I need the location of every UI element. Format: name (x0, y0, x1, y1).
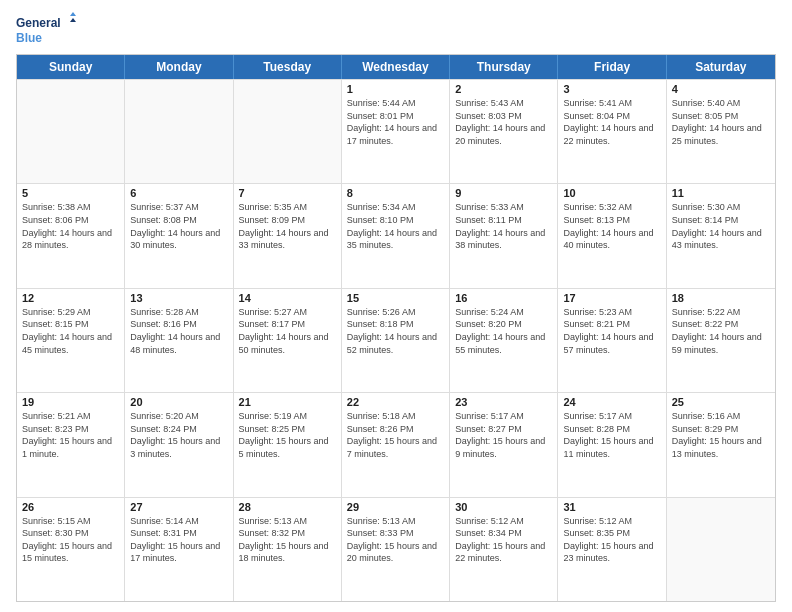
calendar-row-1: 5Sunrise: 5:38 AMSunset: 8:06 PMDaylight… (17, 183, 775, 287)
day-cell-empty-0-2 (234, 80, 342, 183)
day-info: Sunrise: 5:44 AMSunset: 8:01 PMDaylight:… (347, 97, 444, 147)
day-number: 18 (672, 292, 770, 304)
day-number: 12 (22, 292, 119, 304)
header-cell-friday: Friday (558, 55, 666, 79)
day-number: 4 (672, 83, 770, 95)
day-cell-10: 10Sunrise: 5:32 AMSunset: 8:13 PMDayligh… (558, 184, 666, 287)
day-number: 20 (130, 396, 227, 408)
day-cell-12: 12Sunrise: 5:29 AMSunset: 8:15 PMDayligh… (17, 289, 125, 392)
day-number: 5 (22, 187, 119, 199)
day-cell-11: 11Sunrise: 5:30 AMSunset: 8:14 PMDayligh… (667, 184, 775, 287)
day-info: Sunrise: 5:12 AMSunset: 8:35 PMDaylight:… (563, 515, 660, 565)
day-cell-20: 20Sunrise: 5:20 AMSunset: 8:24 PMDayligh… (125, 393, 233, 496)
day-info: Sunrise: 5:14 AMSunset: 8:31 PMDaylight:… (130, 515, 227, 565)
day-info: Sunrise: 5:19 AMSunset: 8:25 PMDaylight:… (239, 410, 336, 460)
header-cell-wednesday: Wednesday (342, 55, 450, 79)
day-number: 31 (563, 501, 660, 513)
day-cell-14: 14Sunrise: 5:27 AMSunset: 8:17 PMDayligh… (234, 289, 342, 392)
day-info: Sunrise: 5:23 AMSunset: 8:21 PMDaylight:… (563, 306, 660, 356)
day-number: 19 (22, 396, 119, 408)
day-cell-5: 5Sunrise: 5:38 AMSunset: 8:06 PMDaylight… (17, 184, 125, 287)
day-number: 13 (130, 292, 227, 304)
day-number: 9 (455, 187, 552, 199)
day-cell-22: 22Sunrise: 5:18 AMSunset: 8:26 PMDayligh… (342, 393, 450, 496)
day-cell-28: 28Sunrise: 5:13 AMSunset: 8:32 PMDayligh… (234, 498, 342, 601)
day-info: Sunrise: 5:21 AMSunset: 8:23 PMDaylight:… (22, 410, 119, 460)
day-number: 27 (130, 501, 227, 513)
logo: General Blue (16, 12, 76, 48)
calendar-row-3: 19Sunrise: 5:21 AMSunset: 8:23 PMDayligh… (17, 392, 775, 496)
svg-text:General: General (16, 16, 61, 30)
calendar-header-row: SundayMondayTuesdayWednesdayThursdayFrid… (17, 55, 775, 79)
calendar-row-2: 12Sunrise: 5:29 AMSunset: 8:15 PMDayligh… (17, 288, 775, 392)
day-info: Sunrise: 5:40 AMSunset: 8:05 PMDaylight:… (672, 97, 770, 147)
day-info: Sunrise: 5:22 AMSunset: 8:22 PMDaylight:… (672, 306, 770, 356)
day-cell-25: 25Sunrise: 5:16 AMSunset: 8:29 PMDayligh… (667, 393, 775, 496)
header-cell-saturday: Saturday (667, 55, 775, 79)
day-cell-13: 13Sunrise: 5:28 AMSunset: 8:16 PMDayligh… (125, 289, 233, 392)
day-info: Sunrise: 5:35 AMSunset: 8:09 PMDaylight:… (239, 201, 336, 251)
day-cell-29: 29Sunrise: 5:13 AMSunset: 8:33 PMDayligh… (342, 498, 450, 601)
day-cell-21: 21Sunrise: 5:19 AMSunset: 8:25 PMDayligh… (234, 393, 342, 496)
day-info: Sunrise: 5:33 AMSunset: 8:11 PMDaylight:… (455, 201, 552, 251)
day-info: Sunrise: 5:30 AMSunset: 8:14 PMDaylight:… (672, 201, 770, 251)
day-cell-2: 2Sunrise: 5:43 AMSunset: 8:03 PMDaylight… (450, 80, 558, 183)
day-number: 11 (672, 187, 770, 199)
day-number: 24 (563, 396, 660, 408)
day-number: 14 (239, 292, 336, 304)
day-cell-9: 9Sunrise: 5:33 AMSunset: 8:11 PMDaylight… (450, 184, 558, 287)
day-number: 17 (563, 292, 660, 304)
day-cell-27: 27Sunrise: 5:14 AMSunset: 8:31 PMDayligh… (125, 498, 233, 601)
day-info: Sunrise: 5:29 AMSunset: 8:15 PMDaylight:… (22, 306, 119, 356)
day-cell-7: 7Sunrise: 5:35 AMSunset: 8:09 PMDaylight… (234, 184, 342, 287)
day-info: Sunrise: 5:12 AMSunset: 8:34 PMDaylight:… (455, 515, 552, 565)
day-cell-24: 24Sunrise: 5:17 AMSunset: 8:28 PMDayligh… (558, 393, 666, 496)
day-cell-18: 18Sunrise: 5:22 AMSunset: 8:22 PMDayligh… (667, 289, 775, 392)
calendar: SundayMondayTuesdayWednesdayThursdayFrid… (16, 54, 776, 602)
day-info: Sunrise: 5:13 AMSunset: 8:33 PMDaylight:… (347, 515, 444, 565)
day-number: 7 (239, 187, 336, 199)
day-info: Sunrise: 5:27 AMSunset: 8:17 PMDaylight:… (239, 306, 336, 356)
day-cell-4: 4Sunrise: 5:40 AMSunset: 8:05 PMDaylight… (667, 80, 775, 183)
day-cell-empty-0-0 (17, 80, 125, 183)
day-number: 16 (455, 292, 552, 304)
day-info: Sunrise: 5:37 AMSunset: 8:08 PMDaylight:… (130, 201, 227, 251)
day-number: 23 (455, 396, 552, 408)
day-info: Sunrise: 5:34 AMSunset: 8:10 PMDaylight:… (347, 201, 444, 251)
day-info: Sunrise: 5:38 AMSunset: 8:06 PMDaylight:… (22, 201, 119, 251)
day-cell-23: 23Sunrise: 5:17 AMSunset: 8:27 PMDayligh… (450, 393, 558, 496)
day-info: Sunrise: 5:32 AMSunset: 8:13 PMDaylight:… (563, 201, 660, 251)
header: General Blue (16, 12, 776, 48)
calendar-row-4: 26Sunrise: 5:15 AMSunset: 8:30 PMDayligh… (17, 497, 775, 601)
day-number: 22 (347, 396, 444, 408)
day-number: 30 (455, 501, 552, 513)
day-number: 10 (563, 187, 660, 199)
logo-svg: General Blue (16, 12, 76, 48)
header-cell-tuesday: Tuesday (234, 55, 342, 79)
day-info: Sunrise: 5:16 AMSunset: 8:29 PMDaylight:… (672, 410, 770, 460)
day-info: Sunrise: 5:26 AMSunset: 8:18 PMDaylight:… (347, 306, 444, 356)
day-cell-6: 6Sunrise: 5:37 AMSunset: 8:08 PMDaylight… (125, 184, 233, 287)
day-info: Sunrise: 5:13 AMSunset: 8:32 PMDaylight:… (239, 515, 336, 565)
day-info: Sunrise: 5:43 AMSunset: 8:03 PMDaylight:… (455, 97, 552, 147)
day-cell-17: 17Sunrise: 5:23 AMSunset: 8:21 PMDayligh… (558, 289, 666, 392)
day-cell-empty-0-1 (125, 80, 233, 183)
day-number: 25 (672, 396, 770, 408)
day-info: Sunrise: 5:15 AMSunset: 8:30 PMDaylight:… (22, 515, 119, 565)
calendar-row-0: 1Sunrise: 5:44 AMSunset: 8:01 PMDaylight… (17, 79, 775, 183)
calendar-body: 1Sunrise: 5:44 AMSunset: 8:01 PMDaylight… (17, 79, 775, 601)
day-number: 26 (22, 501, 119, 513)
header-cell-thursday: Thursday (450, 55, 558, 79)
day-cell-8: 8Sunrise: 5:34 AMSunset: 8:10 PMDaylight… (342, 184, 450, 287)
day-cell-1: 1Sunrise: 5:44 AMSunset: 8:01 PMDaylight… (342, 80, 450, 183)
svg-text:Blue: Blue (16, 31, 42, 45)
day-number: 28 (239, 501, 336, 513)
day-cell-30: 30Sunrise: 5:12 AMSunset: 8:34 PMDayligh… (450, 498, 558, 601)
day-number: 6 (130, 187, 227, 199)
day-cell-19: 19Sunrise: 5:21 AMSunset: 8:23 PMDayligh… (17, 393, 125, 496)
day-info: Sunrise: 5:17 AMSunset: 8:28 PMDaylight:… (563, 410, 660, 460)
svg-marker-3 (70, 18, 76, 22)
header-cell-monday: Monday (125, 55, 233, 79)
day-number: 3 (563, 83, 660, 95)
day-number: 15 (347, 292, 444, 304)
